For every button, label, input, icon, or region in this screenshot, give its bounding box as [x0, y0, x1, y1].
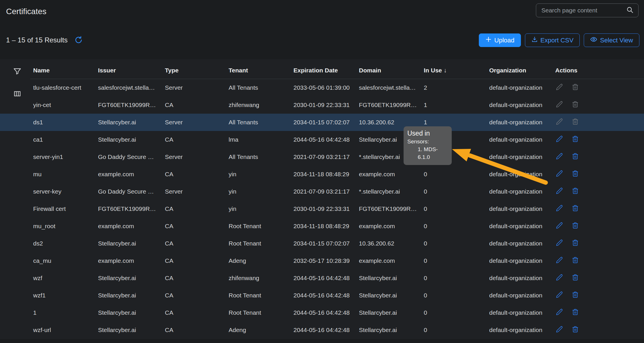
cell-name: 1 [30, 309, 95, 316]
cell-actions [552, 170, 644, 179]
table-row[interactable]: 1Stellarcyber.aiCARoot Tenant2044-05-16 … [0, 304, 644, 321]
cell-type: CA [162, 171, 226, 178]
table-row[interactable]: wzf1Stellarcyber.aiCARoot Tenant2044-05-… [0, 287, 644, 304]
column-header-issuer[interactable]: Issuer [95, 67, 162, 74]
table-row[interactable]: muexample.comCAyin2034-11-18 08:48:29exa… [0, 166, 644, 183]
cell-domain: Stellarcyber.ai [356, 327, 421, 333]
delete-icon[interactable] [572, 153, 579, 161]
delete-icon[interactable] [572, 239, 579, 248]
cell-domain: example.com [356, 171, 421, 178]
cell-name: mu_root [30, 223, 95, 230]
delete-icon[interactable] [572, 326, 579, 334]
edit-icon[interactable] [556, 187, 563, 196]
cell-issuer: example.com [95, 223, 162, 230]
column-header-tenant[interactable]: Tenant [226, 67, 291, 74]
cell-domain: Stellarcyber.ai [356, 292, 421, 299]
cell-issuer: Stellarcyber.ai [95, 292, 162, 299]
edit-icon[interactable] [556, 118, 563, 127]
delete-icon[interactable] [572, 118, 579, 127]
search-input[interactable] [541, 7, 623, 14]
edit-icon[interactable] [556, 308, 563, 317]
cell-name: ca1 [30, 136, 95, 143]
table-row[interactable]: yin-cetFGT60ETK19099R…CAzhifenwang2030-0… [0, 96, 644, 114]
sort-desc-icon: ↓ [444, 67, 447, 74]
search-icon[interactable] [626, 6, 634, 15]
cell-tenant: Adeng [226, 257, 291, 264]
column-header-organization[interactable]: Organization [486, 67, 552, 74]
delete-icon[interactable] [572, 187, 579, 196]
export-csv-button[interactable]: Export CSV [525, 33, 580, 47]
table-row[interactable]: tlu-salesforce-certsalesforcejwt.stella…… [0, 79, 644, 96]
delete-icon[interactable] [572, 291, 579, 300]
delete-icon[interactable] [572, 274, 579, 282]
cell-issuer: Stellarcyber.ai [95, 119, 162, 126]
cell-expiration: 2044-05-16 04:42:48 [291, 292, 356, 299]
column-header-domain[interactable]: Domain [356, 67, 421, 74]
table-row[interactable]: ca_muexample.comCAAdeng2032-05-17 10:28:… [0, 252, 644, 269]
cell-name: ca_mu [30, 257, 95, 264]
cell-in-use: 0 [421, 292, 486, 299]
refresh-icon[interactable] [74, 36, 83, 44]
edit-icon[interactable] [556, 205, 563, 213]
edit-icon[interactable] [556, 291, 563, 300]
delete-icon[interactable] [572, 135, 579, 144]
table-row[interactable]: server-yin1Go Daddy Secure …ServerAll Te… [0, 148, 644, 166]
delete-icon[interactable] [572, 101, 579, 109]
upload-button[interactable]: Upload [479, 33, 521, 47]
edit-icon[interactable] [556, 101, 563, 109]
table-row[interactable]: wzfStellarcyber.aiCAzhifenwang2044-05-16… [0, 269, 644, 287]
cell-in-use: 0 [421, 257, 486, 264]
cell-tenant: Root Tenant [226, 309, 291, 316]
delete-icon[interactable] [572, 205, 579, 213]
cell-in-use: 0 [421, 205, 486, 212]
edit-icon[interactable] [556, 326, 563, 334]
cell-domain: FGT60ETK19099R… [356, 102, 421, 108]
table-row[interactable]: mu_rootexample.comCARoot Tenant2034-11-1… [0, 218, 644, 235]
table-body: tlu-salesforce-certsalesforcejwt.stella…… [0, 79, 644, 339]
cell-type: Server [162, 153, 226, 160]
cell-domain: salesforcejwt.stella… [356, 84, 421, 91]
cell-tenant: Adeng [226, 327, 291, 333]
table-row[interactable]: wzf-urlStellarcyber.aiCAAdeng2044-05-16 … [0, 321, 644, 339]
cell-organization: default-organization [486, 119, 552, 126]
edit-icon[interactable] [556, 83, 563, 92]
edit-icon[interactable] [556, 153, 563, 161]
column-header-type[interactable]: Type [162, 67, 226, 74]
table-row[interactable]: server-keyGo Daddy Secure …Serveryin2021… [0, 183, 644, 200]
edit-icon[interactable] [556, 256, 563, 265]
table-row[interactable]: ds1Stellarcyber.aiServerAll Tenants2034-… [0, 114, 644, 131]
column-header-actions: Actions [552, 67, 644, 74]
delete-icon[interactable] [572, 83, 579, 92]
edit-icon[interactable] [556, 170, 563, 179]
cell-type: Server [162, 84, 226, 91]
delete-icon[interactable] [572, 222, 579, 230]
cell-tenant: yin [226, 188, 291, 195]
cell-in-use: 0 [421, 275, 486, 282]
cell-expiration: 2021-07-09 03:21:17 [291, 153, 356, 160]
cell-tenant: All Tenants [226, 84, 291, 91]
edit-icon[interactable] [556, 222, 563, 230]
search-box[interactable] [536, 3, 639, 17]
column-header-expiration[interactable]: Expiration Date [291, 67, 356, 74]
delete-icon[interactable] [572, 308, 579, 317]
cell-actions [552, 256, 644, 265]
select-view-button[interactable]: Select View [584, 33, 639, 47]
column-header-in-use[interactable]: In Use↓ [421, 67, 486, 74]
cell-organization: default-organization [486, 171, 552, 178]
cell-organization: default-organization [486, 327, 552, 333]
column-header-name[interactable]: Name [30, 67, 95, 74]
used-in-tooltip: Used in Sensors: 1. MDS-6.1.0 [404, 126, 452, 165]
edit-icon[interactable] [556, 239, 563, 248]
cell-name: ds2 [30, 240, 95, 247]
table-row[interactable]: Firewall certFGT60ETK19099R…CAyin2030-01… [0, 200, 644, 218]
cell-type: Server [162, 188, 226, 195]
page-title: Certificates [6, 7, 46, 16]
delete-icon[interactable] [572, 170, 579, 179]
table-row[interactable]: ca1Stellarcyber.aiCAlma2044-05-16 04:42:… [0, 131, 644, 148]
cell-tenant: yin [226, 171, 291, 178]
edit-icon[interactable] [556, 274, 563, 282]
cell-issuer: Stellarcyber.ai [95, 136, 162, 143]
table-row[interactable]: ds2Stellarcyber.aiCARoot Tenant2034-01-1… [0, 235, 644, 252]
delete-icon[interactable] [572, 256, 579, 265]
edit-icon[interactable] [556, 135, 563, 144]
